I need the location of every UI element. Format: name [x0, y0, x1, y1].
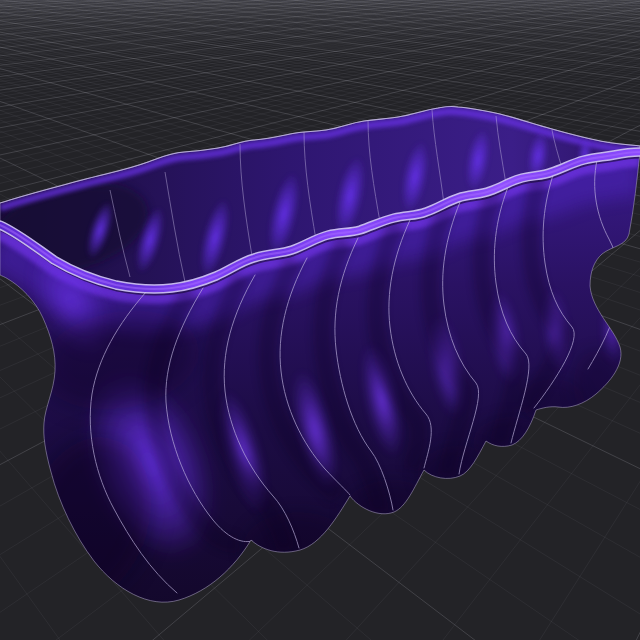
scene-canvas[interactable]: [0, 0, 640, 640]
viewport-3d[interactable]: [0, 0, 640, 640]
